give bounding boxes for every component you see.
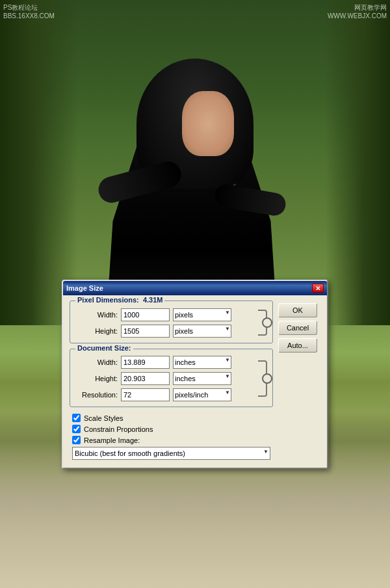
pixel-height-unit-wrapper[interactable]: pixels percent: [173, 325, 231, 338]
resolution-unit-select[interactable]: pixels/inch pixels/cm: [173, 388, 231, 401]
dialog-title-bar: Image Size ✕: [63, 281, 327, 295]
scale-styles-checkbox[interactable]: [72, 414, 81, 422]
ok-button[interactable]: OK: [278, 303, 317, 317]
constrain-proportions-label: Constrain Proportions: [84, 425, 153, 433]
doc-width-input[interactable]: [121, 356, 170, 369]
pixel-chain-area: [258, 308, 267, 338]
resample-method-row: Nearest Neighbor Bilinear Bicubic (best …: [72, 447, 270, 460]
pixel-height-unit-select[interactable]: pixels percent: [173, 325, 231, 338]
resample-image-checkbox[interactable]: [72, 436, 81, 444]
scale-styles-row: Scale Styles: [72, 414, 270, 422]
doc-height-unit-select[interactable]: inches cm mm points picas percent: [173, 372, 231, 385]
document-size-section: Document Size: Width: inches: [70, 349, 273, 407]
doc-width-unit-select[interactable]: inches cm mm points picas percent: [173, 356, 231, 369]
doc-width-unit-wrapper[interactable]: inches cm mm points picas percent: [173, 356, 231, 369]
tree-left: [0, 0, 78, 325]
doc-width-label: Width:: [75, 358, 118, 366]
resolution-input[interactable]: [121, 388, 170, 401]
scale-styles-label: Scale Styles: [84, 414, 124, 422]
pixel-width-row: Width: pixels percent: [75, 308, 255, 321]
watermark-top-left: PS教程论坛 BBS.16XX8.COM: [3, 3, 55, 20]
cancel-button[interactable]: Cancel: [278, 321, 317, 335]
pixel-width-label: Width:: [75, 311, 118, 319]
pixel-width-input[interactable]: [121, 308, 170, 321]
pixel-height-input[interactable]: [121, 325, 170, 338]
pixel-width-unit-wrapper[interactable]: pixels percent: [173, 308, 231, 321]
pixel-dimensions-section: Pixel Dimensions: 4.31M Width:: [70, 301, 273, 343]
resample-image-label: Resample Image:: [84, 436, 140, 444]
resolution-unit-wrapper[interactable]: pixels/inch pixels/cm: [173, 388, 231, 401]
constrain-proportions-row: Constrain Proportions: [72, 425, 270, 433]
resample-method-wrapper[interactable]: Nearest Neighbor Bilinear Bicubic (best …: [72, 447, 270, 460]
dialog-buttons: OK Cancel Auto...: [278, 301, 320, 461]
tree-right: [325, 0, 390, 325]
dialog-title: Image Size: [66, 284, 103, 292]
watermark-top-right: 网页教学网 WWW.WEBJX.COM: [328, 3, 387, 20]
checkboxes-section: Scale Styles Constrain Proportions Resam…: [70, 412, 273, 461]
resample-method-select[interactable]: Nearest Neighbor Bilinear Bicubic (best …: [72, 447, 270, 460]
doc-height-label: Height:: [75, 375, 118, 382]
pixel-height-row: Height: pixels percent: [75, 325, 255, 338]
auto-button[interactable]: Auto...: [278, 338, 317, 353]
pixel-chain-bracket: [258, 310, 267, 336]
doc-height-input[interactable]: [121, 372, 170, 385]
pixel-height-label: Height:: [75, 327, 118, 335]
pixel-dimensions-label: Pixel Dimensions: 4.31M: [75, 296, 164, 304]
resample-image-row: Resample Image:: [72, 436, 270, 444]
doc-height-unit-wrapper[interactable]: inches cm mm points picas percent: [173, 372, 231, 385]
face: [182, 91, 234, 156]
doc-height-row: Height: inches cm mm points pic: [75, 372, 255, 385]
constrain-proportions-checkbox[interactable]: [72, 425, 81, 433]
document-size-label: Document Size:: [75, 344, 133, 352]
pixel-dimensions-value: 4.31M: [143, 296, 163, 304]
doc-chain-bracket: [258, 360, 267, 397]
doc-width-row: Width: inches cm mm points pica: [75, 356, 255, 369]
resolution-label: Resolution:: [75, 391, 118, 399]
pixel-width-unit-select[interactable]: pixels percent: [173, 308, 231, 321]
image-size-dialog: Image Size ✕ Pixel Dimensions: 4.31M: [62, 280, 328, 469]
doc-chain-area: [258, 358, 267, 399]
close-button[interactable]: ✕: [312, 284, 324, 293]
resolution-row: Resolution: pixels/inch pixels/cm: [75, 388, 255, 401]
